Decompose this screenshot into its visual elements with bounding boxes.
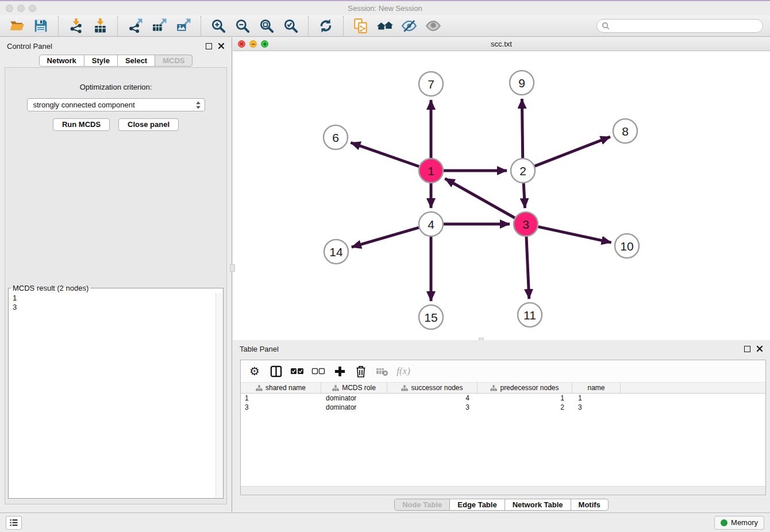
tab-style[interactable]: Style: [84, 55, 118, 67]
graph-edge-4-14[interactable]: [352, 228, 419, 247]
graph-node-3[interactable]: 3: [514, 212, 538, 236]
save-session-icon[interactable]: [32, 17, 49, 34]
graph-edge-2-8[interactable]: [535, 137, 610, 166]
tree-icon: [256, 385, 263, 391]
control-panel-header: Control Panel: [0, 37, 232, 55]
tree-icon: [401, 385, 408, 391]
criterion-value: strongly connected component: [33, 101, 195, 109]
network-canvas[interactable]: 7968124314101511: [233, 51, 770, 340]
vertical-split-handle[interactable]: [230, 264, 235, 272]
node-table-container: ⚙ f(x): [240, 360, 766, 495]
select-all-icon[interactable]: [289, 363, 305, 379]
column-header-name[interactable]: name: [572, 383, 621, 393]
graph-node-7[interactable]: 7: [419, 72, 443, 96]
refresh-icon[interactable]: [317, 17, 334, 34]
search-field[interactable]: [596, 19, 763, 33]
close-panel-button[interactable]: Close panel: [118, 118, 179, 131]
column-header-mcds-role[interactable]: MCDS role: [321, 383, 387, 393]
copy-style-icon[interactable]: [352, 17, 369, 34]
graph-node-10[interactable]: 10: [615, 234, 639, 258]
graph-node-9[interactable]: 9: [510, 71, 534, 95]
export-image-icon[interactable]: [175, 17, 192, 34]
search-input[interactable]: [613, 22, 758, 30]
mcds-result-item[interactable]: 1: [13, 294, 219, 303]
mcds-result-list[interactable]: 1 3: [9, 292, 223, 313]
float-table-panel-icon[interactable]: [744, 346, 750, 352]
network-window-titlebar[interactable]: scc.txt: [233, 37, 770, 51]
column-header-predecessor-nodes[interactable]: predecessor nodes: [478, 383, 572, 393]
zoom-fit-icon[interactable]: [258, 17, 275, 34]
graph-node-15[interactable]: 15: [419, 305, 443, 329]
close-table-panel-icon[interactable]: [756, 345, 763, 352]
graph-node-1[interactable]: 1: [419, 159, 443, 183]
show-hide-graphics-details-icon[interactable]: [401, 17, 418, 34]
graph-node-11[interactable]: 11: [518, 303, 542, 327]
tab-node-table[interactable]: Node Table: [394, 499, 450, 511]
table-row[interactable]: 1 dominator 4 1 1: [241, 394, 765, 403]
svg-text:11: 11: [523, 309, 536, 322]
graph-edge-2-3[interactable]: [523, 183, 525, 208]
mcds-result-item[interactable]: 3: [13, 303, 219, 312]
task-history-button[interactable]: [6, 516, 22, 530]
graph-node-14[interactable]: 14: [324, 240, 348, 264]
export-table-icon[interactable]: [151, 17, 168, 34]
zoom-out-icon[interactable]: [234, 17, 251, 34]
cell-predecessor-nodes: 2: [478, 403, 572, 411]
graph-node-4[interactable]: 4: [419, 212, 443, 236]
deselect-all-icon[interactable]: [310, 363, 326, 379]
tab-motifs[interactable]: Motifs: [571, 499, 609, 511]
layout-houses-icon[interactable]: [376, 17, 394, 34]
zoom-selected-icon[interactable]: [282, 17, 299, 34]
open-session-icon[interactable]: [8, 17, 25, 34]
svg-text:2: 2: [519, 164, 526, 178]
status-bar: Memory: [0, 512, 770, 532]
column-header-successor-nodes[interactable]: successor nodes: [387, 383, 478, 393]
graph-node-6[interactable]: 6: [324, 125, 348, 149]
table-panel-title: Table Panel: [240, 345, 279, 353]
result-scrollbar[interactable]: [215, 293, 222, 498]
cell-name: 1: [572, 394, 621, 402]
graph-node-2[interactable]: 2: [511, 159, 535, 183]
import-table-icon[interactable]: [91, 17, 109, 34]
svg-text:15: 15: [424, 311, 437, 324]
cell-shared-name: 3: [241, 403, 321, 411]
graph-edge-3-10[interactable]: [538, 227, 611, 242]
graph-node-8[interactable]: 8: [613, 119, 637, 143]
column-header-shared-name[interactable]: shared name: [241, 383, 321, 393]
network-graph[interactable]: 7968124314101511: [233, 51, 770, 340]
graph-edge-3-11[interactable]: [526, 237, 529, 299]
close-panel-icon[interactable]: [218, 43, 225, 49]
column-label: name: [587, 384, 605, 392]
tab-network-table[interactable]: Network Table: [505, 499, 571, 511]
graph-edge-3-1[interactable]: [445, 179, 514, 218]
main-toolbar: [0, 15, 770, 37]
table-toolbar: ⚙ f(x): [241, 360, 765, 382]
tab-select[interactable]: Select: [118, 55, 155, 67]
svg-text:14: 14: [329, 245, 343, 259]
show-hide-annotations-icon[interactable]: [425, 17, 442, 34]
add-column-plus-icon[interactable]: [332, 363, 348, 379]
cell-successor-nodes: 4: [387, 394, 478, 402]
zoom-in-icon[interactable]: [210, 17, 227, 34]
memory-button[interactable]: Memory: [714, 516, 764, 530]
mcds-panel-body: Optimization criterion: strongly connect…: [5, 67, 227, 504]
show-columns-icon[interactable]: [268, 363, 284, 379]
float-panel-icon[interactable]: [206, 43, 212, 49]
memory-label: Memory: [731, 518, 758, 527]
run-mcds-button[interactable]: Run MCDS: [53, 118, 110, 131]
delete-column-trash-icon[interactable]: [353, 363, 369, 379]
table-row[interactable]: 3 dominator 3 2 3: [241, 403, 765, 412]
criterion-dropdown[interactable]: strongly connected component: [27, 98, 205, 111]
tab-mcds[interactable]: MCDS: [155, 55, 192, 67]
toolbar-separator: [308, 16, 309, 36]
table-scroll-strip[interactable]: [241, 486, 765, 495]
graph-edge-1-6[interactable]: [351, 142, 419, 167]
import-network-icon[interactable]: [67, 17, 84, 34]
tab-edge-table[interactable]: Edge Table: [450, 499, 505, 511]
control-panel-tabs: Network Style Select MCDS: [0, 55, 232, 67]
tab-network[interactable]: Network: [39, 55, 84, 67]
table-panel: Table Panel ⚙: [233, 340, 770, 512]
export-network-icon[interactable]: [126, 17, 144, 34]
graph-edge-2-9[interactable]: [522, 99, 522, 158]
table-settings-gear-icon[interactable]: ⚙: [247, 363, 263, 379]
